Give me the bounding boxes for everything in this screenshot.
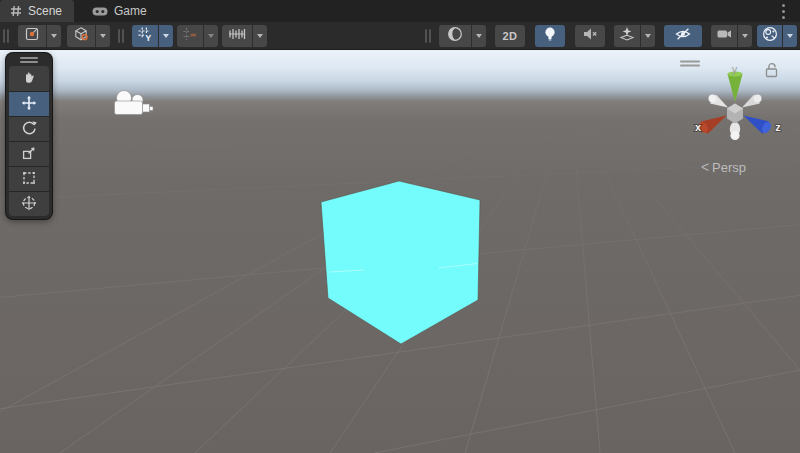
move-tool-icon <box>20 94 38 115</box>
gizmos-icon <box>761 25 779 46</box>
effects-icon <box>618 25 636 46</box>
dropdown-caret-icon <box>208 34 214 38</box>
light-bulb-icon <box>541 25 559 46</box>
toolbar-drag-handle[interactable] <box>3 29 9 43</box>
orientation-toggle-button[interactable] <box>67 25 95 47</box>
orientation-gizmo: y x z < Persp <box>681 62 781 176</box>
camera-gizmo-icon[interactable] <box>115 91 154 115</box>
lock-open-icon[interactable] <box>767 64 777 77</box>
dropdown-caret-icon <box>257 34 263 38</box>
dropdown-caret-icon <box>787 34 793 38</box>
grid-visibility-dropdown[interactable] <box>158 25 173 47</box>
pivot-toggle-button[interactable] <box>18 25 46 47</box>
snap-dropdown[interactable] <box>203 25 218 47</box>
tool-button-move[interactable] <box>9 91 49 116</box>
grid-visibility-icon: Y <box>136 25 154 46</box>
cube-object[interactable] <box>321 181 480 344</box>
effects-dropdown[interactable] <box>640 25 655 47</box>
gizmos-button[interactable] <box>757 25 782 47</box>
transform-tool-icon <box>20 194 38 215</box>
tool-button-rect[interactable] <box>9 166 49 191</box>
persp-arrow-icon[interactable]: < <box>701 159 709 175</box>
gizmo-y-axis[interactable] <box>728 72 743 102</box>
render-mode-icon <box>446 25 464 46</box>
toolbar-separator <box>118 29 124 43</box>
visibility-icon <box>673 25 693 46</box>
scene-toolbar: Y <box>0 22 800 50</box>
mode-2d-button[interactable]: 2D <box>495 25 525 47</box>
scene-camera-dropdown[interactable] <box>737 25 752 47</box>
effects-button[interactable] <box>614 25 640 47</box>
rect-tool-icon <box>20 169 38 190</box>
dropdown-caret-icon <box>100 34 106 38</box>
toolbar-separator <box>425 29 431 43</box>
tab-bar: Scene Game <box>0 0 800 22</box>
audio-mute-icon <box>581 25 599 46</box>
snap-increment-button[interactable] <box>222 25 252 47</box>
tool-button-transform[interactable] <box>9 191 49 216</box>
gizmos-dropdown[interactable] <box>782 25 797 47</box>
pivot-icon <box>23 25 41 46</box>
tab-scene-label: Scene <box>28 4 62 18</box>
scene-camera-button[interactable] <box>711 25 737 47</box>
scene-viewport[interactable]: y x z < Persp <box>0 50 800 453</box>
gamepad-icon <box>92 6 108 17</box>
tab-scene[interactable]: Scene <box>0 0 74 22</box>
tab-game-label: Game <box>114 4 147 18</box>
gizmo-center-cube[interactable] <box>727 104 743 124</box>
kebab-icon[interactable] <box>779 3 787 20</box>
gizmo-drag-handle-icon[interactable] <box>681 62 699 66</box>
snap-increment-icon <box>227 25 247 46</box>
render-mode-dropdown[interactable] <box>471 25 486 47</box>
dropdown-caret-icon <box>51 34 57 38</box>
snap-toggle-button[interactable] <box>177 25 203 47</box>
orientation-dropdown[interactable] <box>95 25 110 47</box>
gizmo-y-label: y <box>732 63 738 75</box>
gizmo-x-label: x <box>695 121 702 133</box>
snap-magnet-icon <box>181 25 199 46</box>
snap-increment-dropdown[interactable] <box>252 25 267 47</box>
orientation-cube-icon <box>72 25 90 46</box>
audio-mute-button[interactable] <box>575 25 605 47</box>
pivot-dropdown[interactable] <box>46 25 61 47</box>
gizmo-x-axis[interactable] <box>697 116 726 135</box>
tool-button-rotate[interactable] <box>9 116 49 141</box>
render-mode-button[interactable] <box>439 25 471 47</box>
scale-tool-icon <box>20 144 38 165</box>
dropdown-caret-icon <box>645 34 651 38</box>
rotate-tool-icon <box>20 119 38 140</box>
tab-game[interactable]: Game <box>82 0 159 22</box>
gizmo-z-label: z <box>775 121 781 133</box>
scene-grid-icon <box>10 5 22 17</box>
lighting-button[interactable] <box>535 25 565 47</box>
unity-scene-view: Scene Game <box>0 0 800 453</box>
dropdown-caret-icon <box>742 34 748 38</box>
persp-label[interactable]: Persp <box>712 160 746 175</box>
tool-button-scale[interactable] <box>9 141 49 166</box>
dropdown-caret-icon <box>163 34 169 38</box>
tools-overlay <box>6 53 52 219</box>
scene-visibility-button[interactable] <box>664 25 702 47</box>
scene-render: y x z < Persp <box>0 50 800 453</box>
hand-tool-icon <box>20 68 38 89</box>
tools-overlay-drag-handle[interactable] <box>9 55 49 65</box>
camera-icon <box>715 25 733 46</box>
svg-text:Y: Y <box>145 33 151 43</box>
mode-2d-label: 2D <box>502 30 517 42</box>
dropdown-caret-icon <box>476 34 482 38</box>
grid-visibility-button[interactable]: Y <box>132 25 158 47</box>
tool-button-hand[interactable] <box>9 66 49 91</box>
